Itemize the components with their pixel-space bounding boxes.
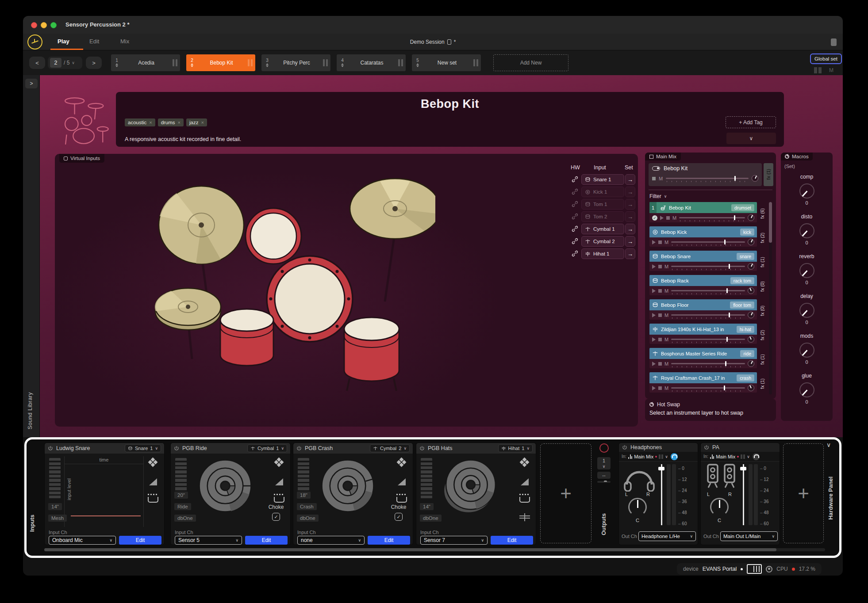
hw-link-icon[interactable] <box>572 213 578 220</box>
hw-link-icon[interactable] <box>572 238 578 244</box>
drag-handle-icon[interactable] <box>173 59 177 66</box>
power-icon[interactable] <box>296 446 302 451</box>
pan-knob[interactable] <box>748 336 754 343</box>
power-icon[interactable] <box>48 446 53 451</box>
remove-tag-icon[interactable]: × <box>149 120 152 125</box>
stop-button[interactable] <box>658 338 662 341</box>
volume-slider[interactable] <box>679 217 745 218</box>
collapse-header-button[interactable]: ∨ <box>726 133 776 144</box>
master-fx-button[interactable]: fx (1) <box>764 163 773 186</box>
pan-knob[interactable] <box>752 175 758 182</box>
fx-count-label[interactable]: fx (6) <box>759 204 766 223</box>
choke-checkbox[interactable]: ✓ <box>395 513 403 521</box>
app-logo-icon[interactable] <box>27 34 42 50</box>
mixer-row-bebop-snare[interactable]: Bebop Snaresnare M <box>649 251 757 271</box>
stop-button[interactable] <box>658 265 662 268</box>
volume-slider[interactable] <box>671 387 745 389</box>
virtual-input-pill[interactable]: Snare 1 <box>581 174 624 185</box>
assign-dropdown[interactable]: Snare1∨ <box>125 444 161 452</box>
session-menu[interactable]: Demo Session * <box>23 34 843 50</box>
play-button[interactable] <box>652 313 656 317</box>
input-ch-select[interactable]: Onboard Mic∨ <box>49 536 116 545</box>
hw-link-icon[interactable] <box>572 201 578 207</box>
drum-trigger-icon[interactable] <box>274 497 284 503</box>
edit-button[interactable]: Edit <box>119 536 161 545</box>
headphone-monitor-icon[interactable] <box>753 453 760 460</box>
pan-knob[interactable] <box>710 498 729 516</box>
power-icon[interactable] <box>174 446 179 451</box>
sidebar-expand-button[interactable]: > <box>25 79 38 88</box>
out-ch-select[interactable]: Main Out L/Main∨ <box>720 531 778 541</box>
next-kit-button[interactable]: > <box>86 57 102 69</box>
sound-library-tab[interactable]: Sound Library <box>27 392 33 429</box>
volume-slider[interactable] <box>671 339 745 340</box>
volume-slider[interactable] <box>671 363 745 364</box>
pan-knob[interactable] <box>748 312 754 318</box>
input-ch-select[interactable]: Sensor 7∨ <box>420 536 488 545</box>
mute-button[interactable]: M <box>664 288 668 294</box>
output-count-dropdown[interactable]: 1∨ <box>597 457 611 469</box>
velocity-curve-icon[interactable] <box>398 478 406 485</box>
kit-tab-new-set[interactable]: 5 New set <box>412 54 481 71</box>
hw-link-icon[interactable] <box>572 188 578 195</box>
play-button[interactable] <box>652 337 656 342</box>
volume-slider[interactable] <box>671 314 745 316</box>
panel-toggle-icon[interactable] <box>831 38 837 46</box>
velocity-curve-icon[interactable] <box>275 478 283 485</box>
master-toggle-icon[interactable] <box>652 166 660 171</box>
drag-handle-icon[interactable] <box>473 59 478 66</box>
fx-count-label[interactable]: fx (1) <box>759 374 766 393</box>
input-ch-select[interactable]: Sensor 5∨ <box>175 536 242 545</box>
power-icon[interactable] <box>704 445 709 450</box>
stop-button[interactable] <box>658 240 662 244</box>
filter-dropdown[interactable]: Filter∨ <box>649 193 667 199</box>
global-mute-button[interactable]: M <box>829 67 833 73</box>
virtual-input-pill[interactable]: Kick 1 <box>581 187 624 197</box>
sample-pack-icon[interactable] <box>275 458 284 467</box>
mixer-row-bebop-kick[interactable]: Bebop Kickkick M <box>649 226 757 247</box>
tab-play[interactable]: Play <box>58 38 69 45</box>
mixer-row-bebop-floor[interactable]: Bebop Floorfloor tom M <box>649 299 757 320</box>
out-ch-select[interactable]: Headphone L/He∨ <box>638 531 696 541</box>
tab-mix[interactable]: Mix <box>120 38 129 45</box>
macro-knob[interactable] <box>799 382 814 397</box>
set-input-button[interactable]: → <box>625 211 635 222</box>
play-button[interactable] <box>652 386 656 390</box>
pan-knob[interactable] <box>748 360 754 367</box>
sample-pack-icon[interactable] <box>520 458 529 467</box>
play-button[interactable] <box>652 240 656 244</box>
add-tag-button[interactable]: + Add Tag <box>726 116 776 128</box>
volume-slider[interactable] <box>671 290 745 291</box>
macro-knob[interactable] <box>799 183 814 198</box>
mute-button[interactable]: M <box>664 240 668 245</box>
mixer-row-bebop-kit[interactable]: 1 Bebop Kitdrumset ✓M <box>649 202 757 222</box>
macros-tab[interactable]: Macros <box>781 153 813 160</box>
edit-button[interactable]: Edit <box>491 536 533 545</box>
fx-count-label[interactable]: fx (2) <box>759 228 766 248</box>
virtual-input-pill[interactable]: Tom 1 <box>581 199 624 210</box>
drum-trigger-icon[interactable] <box>148 497 158 503</box>
pan-knob[interactable] <box>748 239 754 245</box>
stop-button[interactable] <box>658 313 662 317</box>
kit-tab-cataratas[interactable]: 4 Cataratas <box>337 54 406 71</box>
add-new-kit-button[interactable]: Add New <box>493 54 568 71</box>
kit-tab-bebop-kit[interactable]: 2 Bebop Kit <box>186 54 255 71</box>
device-icon[interactable] <box>747 564 762 574</box>
add-output-slot[interactable]: + <box>783 443 824 543</box>
set-input-button[interactable]: → <box>625 248 635 259</box>
macro-knob[interactable] <box>799 223 814 238</box>
virtual-input-pill[interactable]: Hihat 1 <box>581 248 624 259</box>
hw-link-icon[interactable] <box>572 176 578 183</box>
volume-fader[interactable] <box>660 464 663 525</box>
horizontal-scrollbar[interactable] <box>44 548 825 551</box>
volume-slider[interactable] <box>671 241 745 243</box>
hw-link-icon[interactable] <box>572 225 578 232</box>
kit-page-indicator[interactable]: 2 / 5 ∨ <box>48 57 82 69</box>
hardware-panel-tab[interactable]: Hardware Panel <box>827 477 834 520</box>
drag-handle-icon[interactable] <box>248 59 253 66</box>
stop-button[interactable] <box>658 289 662 293</box>
hw-link-icon[interactable] <box>572 250 578 257</box>
volume-slider[interactable] <box>671 266 745 267</box>
drum-trigger-icon[interactable] <box>519 497 530 503</box>
mute-button[interactable]: M <box>672 215 676 221</box>
